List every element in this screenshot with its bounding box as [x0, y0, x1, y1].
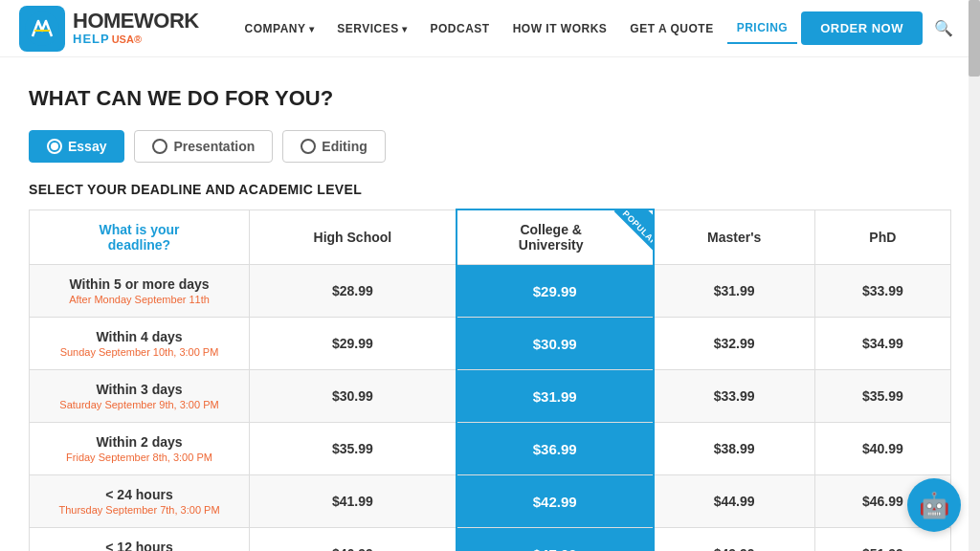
section-label: SELECT YOUR DEADLINE AND ACADEMIC LEVEL	[29, 182, 951, 197]
chatbot-icon: 🤖	[919, 491, 949, 520]
logo-help: HELP	[73, 33, 110, 46]
table-row[interactable]: < 12 hoursThursday September 7th, 3:00 A…	[30, 528, 951, 552]
order-now-button[interactable]: ORDER NOW	[801, 11, 923, 45]
col-deadline: What is yourdeadline?	[30, 209, 250, 265]
scrollbar-thumb[interactable]	[969, 0, 980, 77]
price-cell: $31.99	[654, 265, 814, 318]
tab-essay[interactable]: Essay	[29, 130, 124, 163]
table-row[interactable]: Within 4 daysSunday September 10th, 3:00…	[30, 318, 951, 370]
price-highlighted: $42.99	[457, 475, 654, 528]
deadline-cell: Within 3 daysSaturday September 9th, 3:0…	[30, 370, 250, 423]
essay-radio-check	[51, 143, 58, 150]
table-row[interactable]: Within 5 or more daysAfter Monday Septem…	[30, 265, 951, 318]
price-cell: $33.99	[814, 265, 950, 318]
page-title: WHAT CAN WE DO FOR YOU?	[29, 86, 951, 111]
main-nav: COMPANY SERVICES PODCAST HOW IT WORKS GE…	[235, 11, 961, 45]
header: HOMEWORK HELP USA® COMPANY SERVICES PODC…	[0, 0, 980, 57]
tab-presentation[interactable]: Presentation	[134, 130, 273, 163]
nav-company[interactable]: COMPANY	[235, 14, 324, 43]
price-cell: $29.99	[250, 318, 457, 370]
logo[interactable]: HOMEWORK HELP USA®	[19, 6, 199, 52]
logo-homework: HOMEWORK	[73, 10, 199, 33]
price-cell: $34.99	[814, 318, 950, 370]
popular-badge: POPULAR	[613, 209, 653, 252]
price-cell: $46.99	[250, 528, 457, 552]
price-cell: $35.99	[250, 423, 457, 475]
table-row[interactable]: < 24 hoursThursday September 7th, 3:00 P…	[30, 475, 951, 528]
price-cell: $35.99	[814, 370, 950, 423]
price-highlighted: $47.99	[457, 528, 654, 552]
price-cell: $30.99	[250, 370, 457, 423]
logo-icon	[19, 6, 65, 52]
nav-podcast[interactable]: PODCAST	[421, 14, 500, 43]
table-header-row: What is yourdeadline? High School Colleg…	[30, 209, 951, 265]
nav-services[interactable]: SERVICES	[327, 14, 416, 43]
chatbot-button[interactable]: 🤖	[907, 478, 961, 532]
search-icon[interactable]: 🔍	[926, 11, 961, 45]
col-high-school: High School	[250, 209, 457, 265]
price-cell: $32.99	[654, 318, 814, 370]
table-row[interactable]: Within 2 daysFriday September 8th, 3:00 …	[30, 423, 951, 475]
nav-how-it-works[interactable]: HOW IT WORKS	[503, 14, 617, 43]
nav-get-a-quote[interactable]: GET A QUOTE	[620, 14, 723, 43]
scrollbar[interactable]	[969, 0, 980, 551]
logo-text: HOMEWORK HELP USA®	[73, 10, 199, 46]
deadline-cell: < 24 hoursThursday September 7th, 3:00 P…	[30, 475, 250, 528]
main-content: WHAT CAN WE DO FOR YOU? Essay Presentati…	[0, 57, 980, 551]
price-cell: $40.99	[814, 423, 950, 475]
col-phd: PhD	[814, 209, 950, 265]
price-highlighted: $31.99	[457, 370, 654, 423]
col-college-university: College &University POPULAR	[457, 209, 654, 265]
price-cell: $38.99	[654, 423, 814, 475]
editing-radio	[301, 139, 316, 154]
price-cell: $33.99	[654, 370, 814, 423]
price-highlighted: $30.99	[457, 318, 654, 370]
deadline-cell: < 12 hoursThursday September 7th, 3:00 A…	[30, 528, 250, 552]
nav-pricing[interactable]: PRICING	[727, 13, 798, 44]
service-tabs: Essay Presentation Editing	[29, 130, 951, 163]
price-highlighted: $29.99	[457, 265, 654, 318]
essay-radio	[47, 139, 62, 154]
price-cell: $28.99	[250, 265, 457, 318]
price-cell: $41.99	[250, 475, 457, 528]
tab-essay-label: Essay	[68, 139, 106, 154]
deadline-cell: Within 5 or more daysAfter Monday Septem…	[30, 265, 250, 318]
deadline-cell: Within 4 daysSunday September 10th, 3:00…	[30, 318, 250, 370]
col-masters: Master's	[654, 209, 814, 265]
price-highlighted: $36.99	[457, 423, 654, 475]
tab-editing[interactable]: Editing	[282, 130, 385, 163]
price-cell: $49.99	[654, 528, 814, 552]
presentation-radio	[152, 139, 167, 154]
tab-editing-label: Editing	[322, 139, 367, 154]
tab-presentation-label: Presentation	[173, 139, 255, 154]
table-row[interactable]: Within 3 daysSaturday September 9th, 3:0…	[30, 370, 951, 423]
pricing-table: What is yourdeadline? High School Colleg…	[29, 209, 951, 551]
price-cell: $44.99	[654, 475, 814, 528]
logo-usa: USA®	[112, 33, 142, 45]
deadline-cell: Within 2 daysFriday September 8th, 3:00 …	[30, 423, 250, 475]
